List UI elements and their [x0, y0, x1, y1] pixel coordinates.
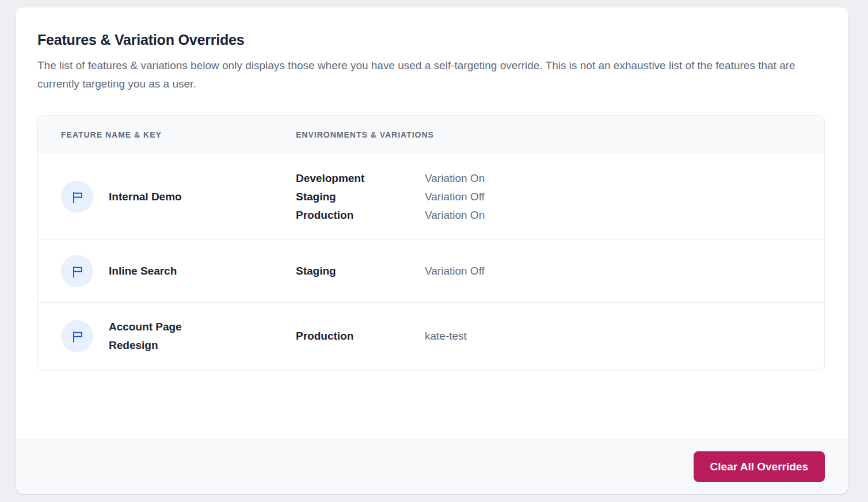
feature-cell: Internal Demo [38, 181, 296, 213]
feature-cell: Inline Search [38, 255, 296, 287]
flag-icon [61, 320, 93, 352]
table-row: Inline Search Staging Variation Off [38, 240, 824, 303]
card-body: Features & Variation Overrides The list … [16, 7, 848, 370]
column-header-environments: ENVIRONMENTS & VARIATIONS [296, 130, 824, 139]
page-description: The list of features & variations below … [37, 56, 812, 93]
variation-value: Variation On [425, 206, 824, 225]
environment-line: Production Variation On [296, 206, 824, 225]
page-title: Features & Variation Overrides [37, 32, 825, 48]
environment-list: Production kate-test [296, 327, 824, 345]
column-header-feature-name: FEATURE NAME & KEY [38, 130, 296, 139]
table-row: Account Page Redesign Production kate-te… [38, 303, 824, 370]
variation-value: kate-test [425, 327, 824, 345]
variation-value: Variation On [425, 169, 824, 188]
card-footer: Clear All Overrides [16, 439, 848, 494]
variation-value: Variation Off [425, 188, 824, 206]
environment-name: Staging [296, 188, 425, 206]
overrides-card: Features & Variation Overrides The list … [16, 7, 848, 494]
environment-line: Production kate-test [296, 327, 824, 345]
table-row: Internal Demo Development Variation On S… [38, 154, 824, 240]
clear-all-overrides-button[interactable]: Clear All Overrides [694, 451, 825, 482]
table-header-row: FEATURE NAME & KEY ENVIRONMENTS & VARIAT… [38, 116, 824, 154]
feature-name: Inline Search [109, 262, 177, 280]
environment-name: Production [296, 206, 425, 225]
environment-line: Development Variation On [296, 169, 824, 188]
feature-name: Internal Demo [109, 188, 182, 206]
environment-list: Staging Variation Off [296, 262, 824, 280]
variation-value: Variation Off [425, 262, 824, 280]
environment-line: Staging Variation Off [296, 262, 824, 280]
environment-name: Production [296, 327, 425, 345]
feature-name: Account Page Redesign [109, 318, 210, 355]
table-body: Internal Demo Development Variation On S… [38, 154, 824, 370]
feature-cell: Account Page Redesign [38, 318, 296, 355]
environment-list: Development Variation On Staging Variati… [296, 169, 824, 225]
overrides-table: FEATURE NAME & KEY ENVIRONMENTS & VARIAT… [37, 115, 825, 370]
flag-icon [61, 181, 93, 213]
flag-icon [61, 255, 93, 287]
environment-line: Staging Variation Off [296, 188, 824, 206]
environment-name: Development [296, 169, 425, 188]
environment-name: Staging [296, 262, 425, 280]
